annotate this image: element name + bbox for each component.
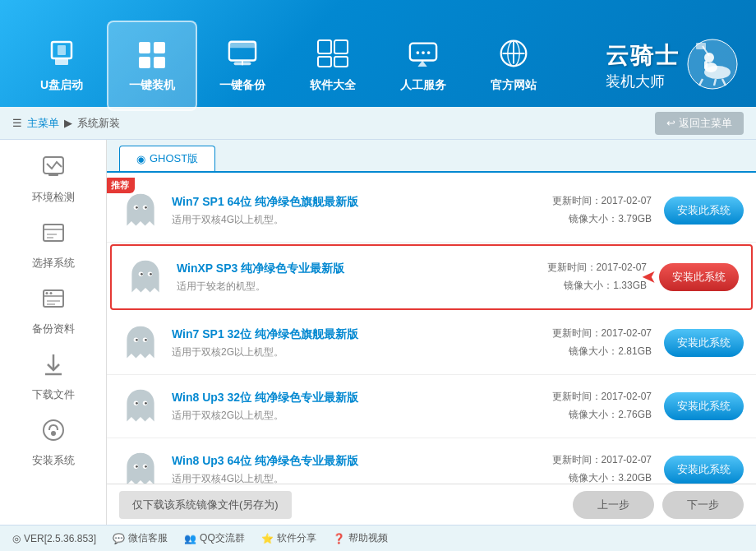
content-area: ◉ GHOST版 推荐 Win7 SP1 6 <box>107 140 756 525</box>
service-label: 人工服务 <box>400 78 446 93</box>
os-meta-2: 更新时间：2017-02-07 镜像大小：1.33GB <box>547 259 647 294</box>
ghost-icon-3 <box>119 322 162 364</box>
svg-point-48 <box>136 206 138 209</box>
os-name-2[interactable]: WinXP SP3 纯净绿色专业最新版 <box>177 262 547 276</box>
sidebar-item-backup[interactable]: 备份资料 <box>12 280 94 341</box>
os-name-3[interactable]: Win7 SP1 32位 纯净绿色旗舰最新版 <box>172 327 552 342</box>
svg-point-53 <box>150 273 152 276</box>
sidebar-item-env[interactable]: 环境检测 <box>12 148 94 210</box>
svg-rect-33 <box>44 225 63 241</box>
download-label: 下载文件 <box>32 387 75 402</box>
os-name-4[interactable]: Win8 Up3 32位 纯净绿色专业最新版 <box>172 391 552 405</box>
svg-point-65 <box>145 465 147 468</box>
software-label: 软件大全 <box>310 78 356 93</box>
prev-button[interactable]: 上一步 <box>573 491 654 519</box>
svg-rect-13 <box>318 57 331 67</box>
os-info-4: Win8 Up3 32位 纯净绿色专业最新版 适用于双核2G以上机型。 <box>172 391 552 423</box>
arrow-indicator: ➤ <box>642 266 657 288</box>
main-layout: 环境检测 选择系统 <box>0 140 756 525</box>
os-meta-3: 更新时间：2017-02-07 镜像大小：2.81GB <box>552 325 652 360</box>
logo-area: 云骑士 装机大师 <box>606 38 740 95</box>
svg-point-18 <box>427 51 431 54</box>
backup-label: 备份资料 <box>32 322 75 336</box>
os-meta-4: 更新时间：2017-02-07 镜像大小：2.76GB <box>552 388 652 424</box>
os-size-4: 镜像大小：2.76GB <box>552 406 652 424</box>
software-item[interactable]: ⭐ 软件分享 <box>261 531 316 545</box>
nav-backup[interactable]: 一键备份 <box>197 21 288 111</box>
os-desc-3: 适用于双核2G以上机型。 <box>172 345 552 359</box>
install-btn-2[interactable]: 安装此系统 <box>659 263 739 291</box>
onekey-label: 一键装机 <box>129 78 175 93</box>
svg-point-39 <box>45 292 48 294</box>
os-item-5: Win8 Up3 64位 纯净绿色专业最新版 适用于双核4G以上机型。 更新时间… <box>107 438 756 484</box>
wechat-icon: 💬 <box>113 533 125 544</box>
ghost-icon-4 <box>119 385 162 428</box>
backup-icon <box>226 39 259 73</box>
nav-onekey[interactable]: 一键装机 <box>107 21 197 111</box>
svg-point-57 <box>145 339 147 341</box>
nav-service[interactable]: 人工服务 <box>378 21 468 111</box>
ghost-tab-icon: ◉ <box>136 153 145 165</box>
service-icon <box>407 39 440 73</box>
svg-point-60 <box>136 402 138 405</box>
usb-label: U盘启动 <box>40 78 83 93</box>
software-share-icon: ⭐ <box>261 533 274 544</box>
back-button[interactable]: ↩ 返回主菜单 <box>655 112 744 135</box>
select-label: 选择系统 <box>32 256 75 271</box>
sidebar-item-select[interactable]: 选择系统 <box>12 214 94 276</box>
svg-point-61 <box>145 402 147 405</box>
nav-usb[interactable]: U盘启动 <box>16 21 107 111</box>
breadcrumb-menu[interactable]: 主菜单 <box>27 116 59 131</box>
install-btn-4[interactable]: 安装此系统 <box>664 392 744 420</box>
nav-website[interactable]: 官方网站 <box>468 21 559 111</box>
install-btn-5[interactable]: 安装此系统 <box>664 456 744 484</box>
qq-item[interactable]: 👥 QQ交流群 <box>184 531 245 545</box>
sidebar-item-install[interactable]: 安装系统 <box>12 411 94 473</box>
svg-point-16 <box>416 51 419 54</box>
svg-rect-14 <box>334 57 348 67</box>
svg-point-40 <box>49 292 52 294</box>
svg-point-45 <box>51 431 56 436</box>
help-item[interactable]: ❓ 帮助视频 <box>333 531 388 545</box>
install-btn-1[interactable]: 安装此系统 <box>664 197 744 225</box>
os-list: 推荐 Win7 SP1 64位 纯净绿色旗舰最新版 适用于双核4G以上机型。 <box>107 173 756 484</box>
os-item-1: 推荐 Win7 SP1 64位 纯净绿色旗舰最新版 适用于双核4G以上机型。 <box>107 179 756 243</box>
help-label: 帮助视频 <box>348 531 388 545</box>
os-name-5[interactable]: Win8 Up3 64位 纯净绿色专业最新版 <box>172 454 552 469</box>
ghost-tab-label: GHOST版 <box>150 151 198 166</box>
os-info-2: WinXP SP3 纯净绿色专业最新版 适用于较老的机型。 <box>177 262 547 294</box>
os-info-3: Win7 SP1 32位 纯净绿色旗舰最新版 适用于双核2G以上机型。 <box>172 327 552 359</box>
os-info-5: Win8 Up3 64位 纯净绿色专业最新版 适用于双核4G以上机型。 <box>172 454 552 484</box>
os-meta-5: 更新时间：2017-02-07 镜像大小：3.20GB <box>552 451 652 484</box>
os-size-5: 镜像大小：3.20GB <box>552 470 652 484</box>
download-only-button[interactable]: 仅下载该系统镜像文件(另存为) <box>119 491 292 519</box>
install-btn-3[interactable]: 安装此系统 <box>664 329 744 357</box>
svg-rect-25 <box>704 61 708 69</box>
tab-ghost[interactable]: ◉ GHOST版 <box>119 146 215 171</box>
os-name-1[interactable]: Win7 SP1 64位 纯净绿色旗舰最新版 <box>172 195 552 210</box>
os-item-4: Win8 Up3 32位 纯净绿色专业最新版 适用于双核2G以上机型。 更新时间… <box>107 375 756 438</box>
qq-label: QQ交流群 <box>200 531 245 545</box>
wechat-label: 微信客服 <box>128 531 168 545</box>
os-update-4: 更新时间：2017-02-07 <box>552 388 652 406</box>
bottom-bar: 仅下载该系统镜像文件(另存为) 上一步 下一步 <box>107 484 756 525</box>
env-label: 环境检测 <box>32 190 75 205</box>
os-desc-2: 适用于较老的机型。 <box>177 280 547 294</box>
logo-title: 云骑士 <box>606 40 680 72</box>
breadcrumb-current: 系统新装 <box>77 116 120 131</box>
next-button[interactable]: 下一步 <box>662 491 744 519</box>
nav-software[interactable]: 软件大全 <box>288 21 378 111</box>
nav-buttons: 上一步 下一步 <box>573 491 744 519</box>
svg-point-56 <box>136 339 138 341</box>
os-size-1: 镜像大小：3.79GB <box>552 211 652 229</box>
install-label: 安装系统 <box>32 453 75 468</box>
svg-point-49 <box>145 206 147 209</box>
wechat-item[interactable]: 💬 微信客服 <box>113 531 168 545</box>
qq-icon: 👥 <box>184 533 196 544</box>
os-meta-1: 更新时间：2017-02-07 镜像大小：3.79GB <box>552 192 652 228</box>
os-size-2: 镜像大小：1.33GB <box>547 277 647 295</box>
sidebar-item-download[interactable]: 下载文件 <box>12 345 94 407</box>
svg-point-17 <box>422 51 425 54</box>
tab-bar: ◉ GHOST版 <box>107 140 756 173</box>
ghost-icon-5 <box>119 448 162 484</box>
